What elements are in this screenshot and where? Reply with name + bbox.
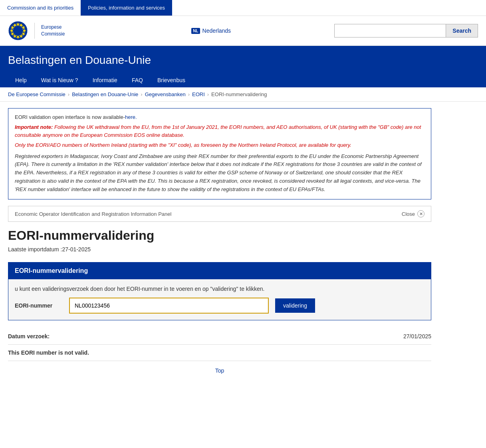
search-area: Search xyxy=(334,24,478,37)
blue-banner: Belastingen en Douane-Unie Help Wat is N… xyxy=(0,46,486,87)
breadcrumb-current: EORI-nummervalidering xyxy=(211,91,267,97)
northern-ireland-note: Only the EORI/AEO numbers of Northern Ir… xyxy=(15,141,425,149)
close-icon: ✕ xyxy=(417,210,425,217)
nav-faq[interactable]: FAQ xyxy=(125,73,150,87)
page-title: EORI-nummervalidering xyxy=(8,228,431,243)
form-row: EORI-nummer validering xyxy=(15,298,425,314)
breadcrumb-sep-0: › xyxy=(68,91,69,97)
breadcrumb-item-3[interactable]: EORI xyxy=(192,91,205,97)
rex-note: Registered exporters in Madagascar, Ivor… xyxy=(15,152,425,194)
breadcrumb: De Europese Commissie › Belastingen en D… xyxy=(0,87,486,102)
eori-label: EORI-nummer xyxy=(15,302,63,309)
panel-bar: Economic Operator Identification and Reg… xyxy=(8,206,431,222)
search-input[interactable] xyxy=(334,24,446,37)
form-panel-header: EORI-nummervalidering xyxy=(8,262,431,279)
datum-value: 27/01/2025 xyxy=(403,333,431,339)
availability-line: EORI validation open interface is now av… xyxy=(15,114,425,120)
form-panel-body: u kunt een valideringsverzoek doen door … xyxy=(8,279,431,320)
header: Europese Commissie NL Nederlands Search xyxy=(0,16,486,46)
breadcrumb-sep-1: › xyxy=(141,91,142,97)
breadcrumb-item-2[interactable]: Gegevensbanken xyxy=(145,91,186,97)
eori-input[interactable] xyxy=(69,298,269,314)
panel-bar-text: Economic Operator Identification and Reg… xyxy=(15,211,171,217)
top-nav-commission[interactable]: Commission and its priorities xyxy=(0,0,81,16)
breadcrumb-sep-2: › xyxy=(188,91,190,97)
top-link-area: Top xyxy=(8,361,431,380)
datum-row: Datum verzoek: 27/01/2025 xyxy=(8,328,431,345)
language-label: Nederlands xyxy=(202,28,231,34)
nav-wat-is-nieuw[interactable]: Wat is Nieuw ? xyxy=(34,73,85,87)
invalid-message: This EORI number is not valid. xyxy=(8,349,89,356)
breadcrumb-item-0[interactable]: De Europese Commissie xyxy=(8,91,65,97)
logo-divider xyxy=(34,23,35,39)
important-label: Important note: xyxy=(15,124,53,130)
notice-box: EORI validation open interface is now av… xyxy=(8,108,431,199)
top-navigation: Commission and its priorities Policies, … xyxy=(0,0,486,16)
form-description: u kunt een valideringsverzoek doen door … xyxy=(15,286,425,292)
results-section: Datum verzoek: 27/01/2025 This EORI numb… xyxy=(8,328,431,361)
invalid-row: This EORI number is not valid. xyxy=(8,345,431,361)
nav-informatie[interactable]: Informatie xyxy=(85,73,125,87)
language-area: NL Nederlands xyxy=(88,28,334,34)
top-link[interactable]: Top xyxy=(215,367,224,374)
top-nav-policies[interactable]: Policies, information and services xyxy=(81,0,172,16)
important-text: Following the UK withdrawal from the EU,… xyxy=(15,124,421,138)
datum-label: Datum verzoek: xyxy=(8,333,50,339)
import-date: Laatste importdatum :27-01-2025 xyxy=(8,246,431,253)
form-panel: EORI-nummervalidering u kunt een valider… xyxy=(8,262,431,320)
close-label: Close xyxy=(402,211,415,217)
main-content: EORI validation open interface is now av… xyxy=(0,102,439,387)
logo-text: Europese Commissie xyxy=(41,24,65,37)
eu-logo-icon xyxy=(8,21,28,41)
language-selector[interactable]: NL Nederlands xyxy=(191,28,231,34)
close-button[interactable]: Close ✕ xyxy=(402,210,425,217)
breadcrumb-sep-3: › xyxy=(207,91,209,97)
language-flag: NL xyxy=(191,28,200,34)
banner-title: Belastingen en Douane-Unie xyxy=(8,54,478,73)
nav-help[interactable]: Help xyxy=(8,73,34,87)
nav-brievenbus[interactable]: Brievenbus xyxy=(150,73,192,87)
availability-link[interactable]: here. xyxy=(125,114,137,120)
breadcrumb-item-1[interactable]: Belastingen en Douane-Unie xyxy=(72,91,138,97)
important-note: Important note: Following the UK withdra… xyxy=(15,123,425,139)
blue-navigation: Help Wat is Nieuw ? Informatie FAQ Briev… xyxy=(8,73,478,87)
validate-button[interactable]: validering xyxy=(275,298,315,313)
logo-area: Europese Commissie xyxy=(8,21,88,41)
search-button[interactable]: Search xyxy=(446,24,478,37)
